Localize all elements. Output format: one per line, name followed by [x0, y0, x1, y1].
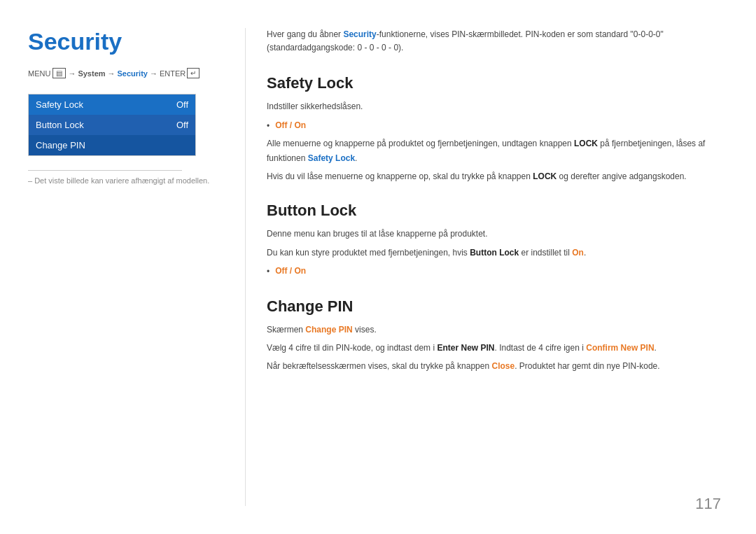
intro-text: Hver gang du åbner Security-funktionerne… [267, 28, 721, 55]
safety-lock-body: Indstiller sikkerhedslåsen. • Off / On A… [267, 99, 721, 183]
arrow1: → [68, 69, 76, 78]
page-title: Security [28, 28, 224, 55]
menu-path: MENU ▤ → System → Security → ENTER ↵ [28, 68, 224, 78]
button-lock-value: Off [176, 120, 188, 130]
page-number: 117 [695, 495, 721, 513]
safety-lock-p3: Hvis du vil låse menuerne og knapperne o… [267, 169, 721, 183]
right-column: Hver gang du åbner Security-funktionerne… [245, 28, 721, 506]
button-lock-bullet: • Off / On [267, 264, 721, 279]
change-pin-label: Change PIN [36, 140, 85, 150]
button-lock-p2: Du kan kun styre produktet med fjernbetj… [267, 246, 721, 260]
section-change-pin: Change PIN Skærmen Change PIN vises. Væl… [267, 297, 721, 374]
safety-lock-title: Safety Lock [267, 74, 721, 92]
intro-bold: Security [343, 29, 376, 39]
arrow3: → [150, 69, 158, 78]
intro-before: Hver gang du åbner [267, 29, 343, 39]
enter-icon: ↵ [187, 68, 200, 78]
safety-lock-label: Safety Lock [36, 99, 83, 110]
section-safety-lock: Safety Lock Indstiller sikkerhedslåsen. … [267, 74, 721, 183]
menu-item-button-lock[interactable]: Button Lock Off [29, 115, 195, 135]
safety-lock-options: Off / On [275, 118, 306, 132]
left-column: Security MENU ▤ → System → Security → EN… [28, 28, 245, 506]
change-pin-p3: Når bekræftelsesskærmen vises, skal du t… [267, 359, 721, 373]
change-pin-title: Change PIN [267, 297, 721, 316]
menu-label: MENU [28, 69, 50, 78]
divider [28, 170, 182, 171]
safety-lock-bullet: • Off / On [267, 118, 721, 133]
safety-lock-p2: Alle menuerne og knapperne på produktet … [267, 136, 721, 165]
change-pin-body: Skærmen Change PIN vises. Vælg 4 cifre t… [267, 323, 721, 374]
bullet-dot-2: • [267, 265, 270, 279]
button-lock-title: Button Lock [267, 202, 721, 220]
menu-item-safety-lock[interactable]: Safety Lock Off [29, 94, 195, 115]
section-button-lock: Button Lock Denne menu kan bruges til at… [267, 202, 721, 279]
button-lock-options: Off / On [275, 264, 306, 278]
safety-lock-p1: Indstiller sikkerhedslåsen. [267, 99, 721, 113]
menu-ui: Safety Lock Off Button Lock Off Change P… [28, 94, 196, 156]
menu-item-change-pin[interactable]: Change PIN [29, 135, 195, 155]
security-label: Security [118, 69, 148, 78]
change-pin-p2: Vælg 4 cifre til din PIN-kode, og indtas… [267, 341, 721, 355]
note-text: – Det viste billede kan variere afhængig… [28, 176, 224, 185]
arrow2: → [108, 69, 115, 78]
button-lock-label: Button Lock [36, 120, 84, 130]
enter-label: ENTER [160, 69, 186, 78]
button-lock-body: Denne menu kan bruges til at låse knappe… [267, 227, 721, 279]
button-lock-p1: Denne menu kan bruges til at låse knappe… [267, 227, 721, 241]
bullet-dot-1: • [267, 119, 270, 133]
safety-lock-value: Off [176, 99, 188, 110]
system-label: System [78, 69, 105, 78]
change-pin-p1: Skærmen Change PIN vises. [267, 323, 721, 337]
menu-icon: ▤ [52, 68, 66, 78]
